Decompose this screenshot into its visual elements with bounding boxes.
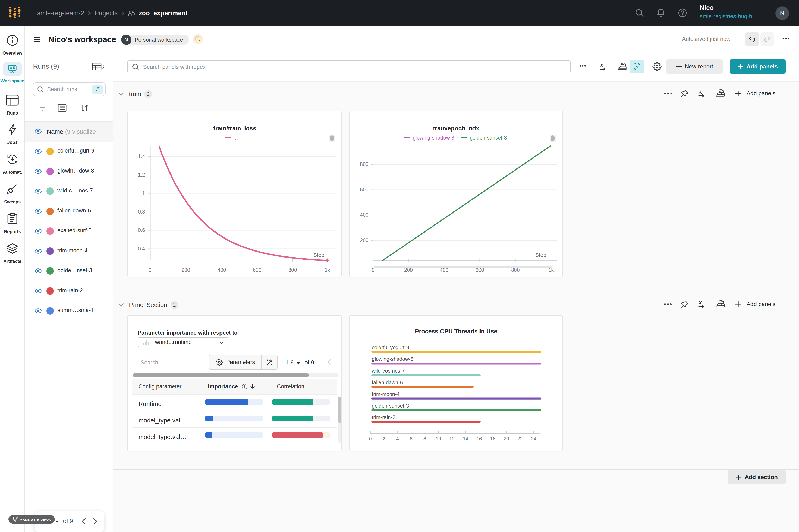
svg-text:golden-sunset-3: golden-sunset-3 (372, 403, 409, 408)
svg-text:200: 200 (404, 267, 413, 273)
svg-text:1k: 1k (325, 267, 330, 273)
svg-text:14: 14 (463, 436, 468, 441)
svg-text:4: 4 (396, 436, 399, 441)
svg-text:1: 1 (142, 190, 145, 196)
svg-text:wild-cosmos-7: wild-cosmos-7 (372, 368, 405, 374)
svg-text:20: 20 (504, 436, 509, 441)
svg-text:8: 8 (423, 436, 426, 441)
svg-text:12: 12 (449, 436, 455, 441)
svg-text:2: 2 (383, 436, 385, 441)
svg-text:0.6: 0.6 (138, 227, 145, 233)
svg-text:1.4: 1.4 (138, 153, 145, 159)
svg-text:train/train_loss: train/train_loss (213, 125, 256, 132)
svg-text:x: x (600, 62, 603, 69)
svg-text:400: 400 (360, 212, 368, 217)
svg-text:trim-moon-4: trim-moon-4 (372, 391, 400, 397)
svg-text:400: 400 (440, 267, 449, 273)
svg-text:800: 800 (511, 267, 520, 273)
svg-text:0.8: 0.8 (138, 209, 145, 214)
svg-text:golden-sunset-3: golden-sunset-3 (470, 135, 507, 140)
svg-text:800: 800 (360, 161, 368, 167)
svg-text:600: 600 (476, 267, 484, 273)
svg-text:600: 600 (253, 267, 262, 273)
svg-text:200: 200 (360, 237, 368, 243)
svg-text:600: 600 (360, 187, 368, 192)
svg-text:: -: : - (235, 135, 239, 140)
svg-text:0: 0 (372, 267, 375, 273)
svg-text:0: 0 (369, 436, 372, 441)
svg-text:trim-rain-2: trim-rain-2 (372, 414, 395, 420)
svg-text:0.4: 0.4 (138, 246, 145, 251)
svg-text:10: 10 (436, 436, 441, 441)
svg-text:x: x (698, 89, 702, 95)
svg-text:800: 800 (288, 267, 297, 273)
svg-text:18: 18 (490, 436, 495, 441)
svg-text:Step: Step (313, 252, 324, 258)
svg-text:16: 16 (476, 436, 482, 441)
svg-text:train/epoch_ndx: train/epoch_ndx (433, 125, 479, 132)
svg-text:24: 24 (531, 436, 536, 441)
svg-text:6: 6 (410, 436, 413, 441)
svg-text:colorful-yogurt-9: colorful-yogurt-9 (372, 344, 409, 350)
svg-text:200: 200 (182, 267, 190, 273)
svg-text:400: 400 (217, 267, 226, 273)
svg-text:Step: Step (535, 252, 547, 258)
svg-text:x: x (698, 299, 702, 306)
svg-text:1k: 1k (548, 267, 554, 273)
svg-text:Process CPU Threads In Use: Process CPU Threads In Use (415, 328, 497, 335)
svg-text:fallen-dawn-6: fallen-dawn-6 (372, 379, 403, 385)
svg-text:22: 22 (517, 436, 523, 441)
svg-text:glowing-shadow-8: glowing-shadow-8 (372, 356, 414, 362)
svg-text:glowing-shadow-8: glowing-shadow-8 (413, 135, 455, 140)
svg-text:0: 0 (149, 267, 152, 273)
svg-text:1.2: 1.2 (138, 172, 145, 177)
